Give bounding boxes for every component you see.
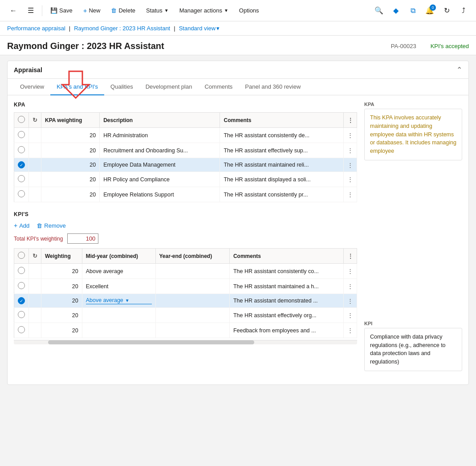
kpi-row-check-cell[interactable]	[14, 264, 29, 279]
kpi-row-check-cell[interactable]	[14, 279, 29, 294]
kpi-row-check-cell[interactable]	[14, 308, 29, 323]
kpa-row-comments[interactable]: The HR assistant consistently de...	[220, 128, 344, 143]
tab-comments[interactable]: Comments	[198, 79, 239, 95]
kpa-row-check-cell[interactable]	[14, 187, 29, 202]
add-label: Add	[19, 222, 29, 229]
horizontal-scrollbar[interactable]	[14, 340, 357, 344]
kpa-row-checkbox[interactable]	[18, 175, 25, 182]
tab-qualities[interactable]: Qualities	[104, 79, 139, 95]
kpa-row-menu[interactable]: ⋮	[344, 143, 357, 158]
kpi-row-midyear[interactable]	[82, 323, 155, 338]
kpi-row-menu[interactable]: ⋮	[344, 323, 357, 338]
midyear-dropdown[interactable]: Above average ▼	[86, 297, 152, 304]
remove-kpi-button[interactable]: 🗑 Remove	[37, 222, 65, 229]
total-kpi-label: Total KPI's weighting	[14, 236, 63, 242]
kpi-row-check-cell[interactable]	[14, 323, 29, 338]
search-icon[interactable]: 🔍	[374, 6, 383, 15]
view-selector[interactable]: Standard view ▾	[179, 25, 220, 32]
kpi-row-comments[interactable]: The HR assistant maintained a h...	[229, 279, 343, 294]
kpa-row-checkbox[interactable]	[18, 146, 25, 153]
kpa-row-description[interactable]: Recruitment and Onboarding Su...	[100, 143, 220, 158]
tab-development[interactable]: Development plan	[139, 79, 199, 95]
kpi-row-midyear[interactable]	[82, 308, 155, 323]
appraisal-card-header[interactable]: Appraisal ⌃	[8, 61, 468, 79]
kpi-row-menu[interactable]: ⋮	[344, 279, 357, 294]
kpi-row-comments[interactable]: The HR assistant effectively org...	[229, 308, 343, 323]
kpi-row-menu[interactable]: ⋮	[344, 308, 357, 323]
new-button[interactable]: + New	[79, 4, 105, 17]
kpa-row-check-cell[interactable]: ✓	[14, 158, 29, 172]
kpa-row-comments[interactable]: The HR assistant displayed a soli...	[220, 172, 344, 187]
breadcrumb-link1[interactable]: Performance appraisal	[7, 25, 65, 32]
kpa-row-description[interactable]: HR Policy and Compliance	[100, 172, 220, 187]
save-button[interactable]: 💾 Save	[46, 4, 77, 16]
breadcrumb-link2[interactable]: Raymond Ginger : 2023 HR Assistant	[74, 25, 170, 32]
kpa-row-description[interactable]: HR Administration	[100, 128, 220, 143]
kpi-row-comments[interactable]: The HR assistant demonstrated ...	[229, 294, 343, 308]
kpa-row-checkbox[interactable]: ✓	[18, 161, 25, 168]
kpa-row-menu[interactable]: ⋮	[344, 172, 357, 187]
collapse-button[interactable]: ⌃	[456, 65, 462, 74]
kpa-col-menu[interactable]: ⋮	[344, 113, 357, 128]
refresh-icon: ↻	[444, 6, 450, 15]
kpi-row-refresh-cell	[29, 264, 41, 279]
options-button[interactable]: Options	[235, 4, 264, 16]
kpa-row-menu[interactable]: ⋮	[344, 128, 357, 143]
delete-button[interactable]: 🗑 Delete	[106, 4, 140, 16]
kpi-row-checkbox[interactable]	[18, 326, 25, 333]
plus-icon: +	[83, 7, 87, 14]
kpa-header-refresh-icon[interactable]: ↻	[33, 117, 37, 123]
notification-button[interactable]: 🔔 0	[423, 4, 437, 18]
kpi-row-menu[interactable]: ⋮	[344, 294, 357, 308]
grid-button[interactable]: ⧉	[406, 4, 420, 18]
kpa-row-comments[interactable]: The HR assistant maintained reli...	[220, 158, 344, 172]
kpi-table-row: 20 The HR assistant effectively org... ⋮	[14, 308, 357, 323]
total-kpi-input[interactable]	[67, 233, 98, 244]
kpi-row-checkbox[interactable]	[18, 282, 25, 289]
kpi-row-midyear[interactable]: Excellent	[82, 279, 155, 294]
kpa-row-description[interactable]: Employee Data Management	[100, 158, 220, 172]
kpi-row-checkbox[interactable]	[18, 267, 25, 274]
menu-button[interactable]: ☰	[23, 4, 38, 17]
kpa-sidebar-text: This KPA involves accurately maintaining…	[370, 114, 456, 154]
manager-actions-button[interactable]: Manager actions ▼	[175, 4, 233, 16]
kpa-row-description[interactable]: Employee Relations Support	[100, 187, 220, 202]
kpa-row-checkbox[interactable]	[18, 131, 25, 138]
kpi-row-midyear[interactable]: Above average	[82, 264, 155, 279]
kpi-row-checkbox[interactable]	[18, 311, 25, 318]
kpi-row-checkbox[interactable]: ✓	[18, 297, 25, 304]
kpi-row-comments[interactable]: Feedback from employees and ...	[229, 323, 343, 338]
kpi-header-refresh-icon[interactable]: ↻	[33, 253, 37, 259]
back-button[interactable]: ←	[5, 4, 21, 17]
tab-overview[interactable]: Overview	[14, 79, 50, 95]
kpi-row-yearend[interactable]	[155, 294, 229, 308]
kpi-row-midyear[interactable]: Above average ▼	[82, 294, 155, 308]
dropdown-chevron-icon: ▼	[125, 298, 130, 303]
kpi-row-yearend[interactable]	[155, 279, 229, 294]
kpa-row-menu[interactable]: ⋮	[344, 187, 357, 202]
kpi-row-yearend[interactable]	[155, 264, 229, 279]
kpa-header-checkbox[interactable]	[18, 116, 25, 123]
status-button[interactable]: Status ▼	[142, 4, 173, 16]
kpi-header-checkbox[interactable]	[18, 252, 25, 259]
kpi-table-row: 20 Excellent The HR assistant maintained…	[14, 279, 357, 294]
tab-panel[interactable]: Panel and 360 review	[239, 79, 307, 95]
kpa-row-checkbox[interactable]	[18, 190, 25, 197]
refresh-button[interactable]: ↻	[439, 4, 454, 18]
kpi-row-menu[interactable]: ⋮	[344, 264, 357, 279]
kpi-row-check-cell[interactable]: ✓	[14, 294, 29, 308]
kpi-row-comments[interactable]: The HR assistant consistently co...	[229, 264, 343, 279]
kpa-row-check-cell[interactable]	[14, 128, 29, 143]
diamond-button[interactable]: ◆	[389, 4, 403, 18]
expand-button[interactable]: ⤴	[456, 4, 471, 18]
kpa-row-check-cell[interactable]	[14, 143, 29, 158]
tab-kpas[interactable]: KPA's and KPI's	[50, 79, 104, 95]
kpi-row-yearend[interactable]	[155, 323, 229, 338]
kpa-row-menu[interactable]: ⋮	[344, 158, 357, 172]
kpi-col-menu[interactable]: ⋮	[344, 249, 357, 264]
kpa-row-comments[interactable]: The HR assistant consistently pr...	[220, 187, 344, 202]
kpa-row-check-cell[interactable]	[14, 172, 29, 187]
kpi-row-yearend[interactable]	[155, 308, 229, 323]
add-kpi-button[interactable]: + Add	[14, 222, 29, 229]
kpa-row-comments[interactable]: The HR assistant effectively sup...	[220, 143, 344, 158]
